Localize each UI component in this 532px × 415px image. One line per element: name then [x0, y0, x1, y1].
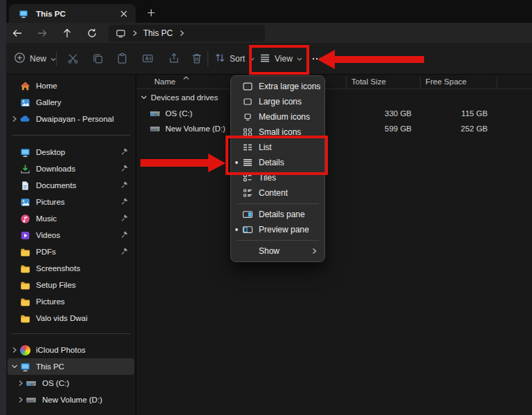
- this-pc-icon: [19, 361, 30, 372]
- folder-icon: [19, 313, 30, 324]
- chevron-right-icon[interactable]: [16, 396, 26, 403]
- sidebar-item-pictures[interactable]: Pictures: [8, 194, 134, 210]
- drive-icon: [149, 123, 160, 134]
- onedrive-cloud-icon: [19, 113, 30, 124]
- view-button[interactable]: View: [259, 52, 302, 65]
- sidebar-item-setup-files[interactable]: Setup Files: [8, 277, 134, 293]
- sidebar-item-pictures-folder[interactable]: Pictures: [8, 293, 134, 310]
- forward-button[interactable]: [33, 24, 52, 42]
- back-button[interactable]: [8, 24, 27, 42]
- music-icon: [19, 213, 30, 224]
- folder-icon: [19, 246, 30, 257]
- address-bar[interactable]: This PC: [109, 25, 265, 42]
- large-icons-icon: [242, 96, 253, 107]
- folder-icon: [19, 296, 30, 307]
- column-header-name[interactable]: Name: [154, 77, 176, 86]
- menu-item-medium-icons[interactable]: Medium icons: [231, 109, 324, 124]
- sidebar-item-pdfs[interactable]: PDFs: [8, 243, 134, 260]
- sidebar-item-label: Documents: [36, 181, 76, 190]
- chevron-right-icon[interactable]: [16, 380, 26, 387]
- gallery-icon: [19, 97, 30, 108]
- file-row-new-volume-d[interactable]: New Volume (D:) 599 GB 252 GB: [137, 121, 532, 136]
- column-divider[interactable]: [346, 76, 347, 88]
- pin-icon: [120, 196, 131, 208]
- folder-icon: [19, 279, 30, 290]
- sidebar-item-videos[interactable]: Videos: [8, 227, 134, 243]
- os-drive-icon: [149, 108, 160, 119]
- tab-title: This PC: [36, 10, 66, 18]
- sort-button[interactable]: Sort: [214, 52, 255, 65]
- sidebar-item-label: Dwaipayan - Personal: [36, 115, 114, 123]
- sidebar-item-label: Screenshots: [36, 264, 80, 273]
- rename-button[interactable]: [138, 50, 156, 68]
- chevron-right-icon[interactable]: [10, 116, 19, 122]
- sidebar-item-label: Gallery: [36, 98, 61, 107]
- sidebar-item-desktop[interactable]: Desktop: [8, 144, 134, 160]
- breadcrumb[interactable]: This PC: [143, 28, 173, 38]
- sidebar-item-home[interactable]: Home: [8, 77, 134, 94]
- menu-item-details[interactable]: Details: [231, 155, 324, 170]
- sidebar-item-documents[interactable]: Documents: [8, 177, 134, 194]
- chevron-down-icon: [249, 54, 255, 64]
- sidebar-item-label: Setup Files: [36, 281, 76, 289]
- menu-item-show[interactable]: Show: [231, 243, 324, 259]
- pin-icon: [120, 213, 131, 224]
- sidebar-item-screenshots[interactable]: Screenshots: [8, 260, 134, 277]
- cut-button[interactable]: [64, 50, 82, 68]
- menu-item-preview-pane[interactable]: Preview pane: [231, 222, 324, 237]
- sidebar-item-os-c[interactable]: OS (C:): [8, 375, 134, 391]
- paste-button[interactable]: [113, 50, 131, 68]
- menu-item-content[interactable]: Content: [231, 185, 324, 201]
- sidebar-item-this-pc[interactable]: This PC: [8, 358, 134, 375]
- sidebar-item-new-volume-d[interactable]: New Volume (D:): [8, 391, 134, 408]
- file-row-os-c[interactable]: OS (C:) 330 GB 115 GB: [137, 106, 532, 121]
- pin-icon: [120, 180, 131, 191]
- pin-icon: [120, 246, 131, 257]
- sidebar-item-icloud-photos[interactable]: iCloud Photos: [8, 342, 134, 358]
- column-header-total-size[interactable]: Total Size: [351, 77, 386, 86]
- tab-this-pc[interactable]: This PC: [9, 4, 136, 23]
- delete-button[interactable]: [187, 50, 205, 68]
- tiles-view-icon: [242, 172, 253, 183]
- sort-arrows-icon: [214, 52, 226, 65]
- sidebar-separator: [12, 135, 130, 136]
- menu-item-tiles[interactable]: Tiles: [231, 170, 324, 185]
- column-header-free-space[interactable]: Free Space: [425, 77, 466, 86]
- close-icon[interactable]: [118, 8, 130, 20]
- sidebar-item-label: Desktop: [36, 148, 65, 156]
- menu-item-large-icons[interactable]: Large icons: [231, 94, 324, 109]
- free-space-value: 115 GB: [420, 106, 493, 121]
- chevron-right-icon[interactable]: [179, 30, 185, 37]
- chevron-right-icon: [132, 30, 138, 37]
- new-button[interactable]: New: [14, 52, 56, 66]
- file-name: New Volume (D:): [165, 124, 226, 133]
- menu-item-small-icons[interactable]: Small icons: [231, 124, 324, 140]
- chevron-right-icon[interactable]: [10, 347, 19, 353]
- monitor-icon: [116, 28, 126, 39]
- os-drive-icon: [26, 378, 37, 389]
- sidebar-item-downloads[interactable]: Downloads: [8, 160, 134, 177]
- share-button[interactable]: [165, 50, 183, 68]
- up-button[interactable]: [57, 24, 77, 42]
- menu-item-details-pane[interactable]: Details pane: [231, 207, 324, 222]
- refresh-button[interactable]: [82, 24, 102, 42]
- sidebar-item-valo-vids-dwai[interactable]: Valo vids Dwai: [8, 310, 134, 326]
- copy-button[interactable]: [89, 50, 107, 68]
- chevron-down-icon[interactable]: [10, 364, 19, 369]
- sidebar-item-onedrive-personal[interactable]: Dwaipayan - Personal: [8, 111, 134, 127]
- sidebar-item-label: New Volume (D:): [42, 396, 102, 404]
- sidebar-item-label: Pictures: [36, 297, 65, 306]
- sidebar-item-music[interactable]: Music: [8, 210, 134, 227]
- column-divider[interactable]: [420, 76, 421, 88]
- new-tab-button[interactable]: [143, 5, 158, 20]
- column-divider[interactable]: [497, 76, 497, 88]
- group-devices-and-drives[interactable]: Devices and drives: [137, 89, 532, 106]
- chevron-down-icon[interactable]: [140, 95, 148, 100]
- menu-item-list[interactable]: List: [231, 140, 324, 155]
- total-size-value: 330 GB: [342, 106, 416, 121]
- menu-item-extra-large-icons[interactable]: Extra large icons: [231, 79, 324, 94]
- video-icon: [19, 230, 30, 241]
- sidebar-item-gallery[interactable]: Gallery: [8, 94, 134, 111]
- icloud-photos-icon: [19, 344, 30, 356]
- see-more-button[interactable]: [308, 50, 326, 68]
